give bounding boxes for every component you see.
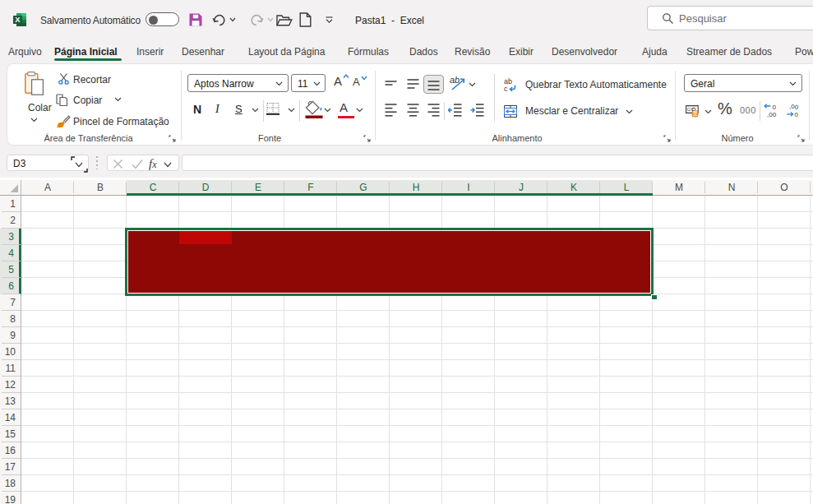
svg-text:0: 0 <box>773 104 777 111</box>
svg-text:c: c <box>504 85 508 92</box>
svg-text:,00: ,00 <box>767 111 777 118</box>
svg-text:X: X <box>15 15 21 24</box>
svg-text:ab: ab <box>450 76 460 85</box>
svg-text:0: 0 <box>794 111 798 118</box>
svg-text:,00: ,00 <box>789 103 799 110</box>
